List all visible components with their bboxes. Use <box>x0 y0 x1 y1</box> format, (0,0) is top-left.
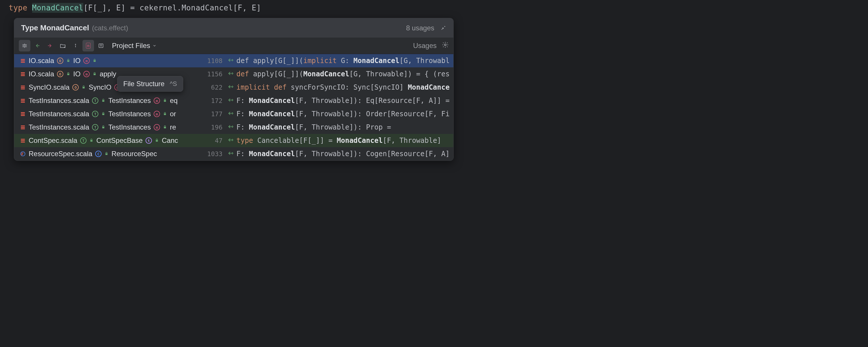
file-name: TestInstances.scala <box>29 123 89 131</box>
popup-title: Type MonadCancel (cats.effect) <box>21 24 128 32</box>
m-kind-icon: m <box>83 71 90 77</box>
file-name: TestInstances.scala <box>29 97 89 105</box>
jump-arrow-icon <box>228 83 234 91</box>
scala-file-icon <box>20 85 26 90</box>
keyword-type: type <box>9 3 28 12</box>
lock-icon <box>101 112 105 117</box>
type-name-highlight: MonadCancel <box>32 3 84 13</box>
usage-code-preview: F: MonadCancel[F, Throwable]): Eq[Resour… <box>228 97 450 105</box>
new-folder-icon[interactable] <box>57 40 69 52</box>
T-kind-icon: T <box>92 124 98 130</box>
class-name: TestInstances <box>108 110 151 118</box>
usages-count: 8 usages <box>406 24 434 32</box>
line-number: 622 <box>205 84 222 91</box>
lock-icon <box>163 112 167 117</box>
info-icon[interactable] <box>70 40 81 52</box>
usages-popup: Type MonadCancel (cats.effect) 8 usages … <box>14 18 454 161</box>
usage-row-path: ContSpec.scalaTContSpecBasetCanc <box>14 136 205 145</box>
svg-point-0 <box>75 44 76 45</box>
preview-icon[interactable] <box>95 40 107 52</box>
line-number: 47 <box>205 137 222 144</box>
popup-toolbar: m Project Files Usages <box>14 38 454 54</box>
lock-icon <box>155 138 159 143</box>
usage-row[interactable]: SyncIO.scalaOSyncIOmsyncForSyncIO622impl… <box>14 81 454 94</box>
scope-dropdown[interactable]: Project Files <box>112 42 157 50</box>
m-kind-icon: m <box>154 97 160 104</box>
usage-row-path: ResourceSpec.scalaCResourceSpec <box>14 150 205 158</box>
lock-icon <box>163 125 167 130</box>
C-kind-icon: C <box>95 151 101 157</box>
lock-icon <box>101 98 105 103</box>
class-name: ResourceSpec <box>112 150 157 158</box>
m-kind-icon: m <box>83 58 90 64</box>
usage-row[interactable]: IO.scalaOIOmapply1156def apply[G[_]](Mon… <box>14 67 454 81</box>
type-generics: [F[_], E] <box>83 3 125 12</box>
member-name: apply <box>99 70 116 78</box>
class-name: TestInstances <box>108 123 151 131</box>
jump-arrow-icon <box>228 57 234 65</box>
line-number: 172 <box>205 97 222 104</box>
usage-row-path: TestInstances.scalaTTestInstancesmor <box>14 110 205 118</box>
scala-file-icon <box>20 111 26 117</box>
jump-arrow-icon <box>228 123 234 131</box>
lock-icon <box>104 152 108 156</box>
usage-row[interactable]: ResourceSpec.scalaCResourceSpec1033F: Mo… <box>14 147 454 160</box>
lock-icon <box>93 72 97 76</box>
usage-code-preview: F: MonadCancel[F, Throwable]): Cogen[Res… <box>228 150 450 158</box>
jump-arrow-icon <box>228 97 234 105</box>
popup-title-sub: (cats.effect) <box>92 24 128 32</box>
usage-code-preview: F: MonadCancel[F, Throwable]): Order[Res… <box>228 110 450 118</box>
usage-row-path: TestInstances.scalaTTestInstancesmre <box>14 123 205 131</box>
usage-row[interactable]: ContSpec.scalaTContSpecBasetCanc47type C… <box>14 134 454 147</box>
member-name: or <box>170 110 176 118</box>
usage-row[interactable]: TestInstances.scalaTTestInstancesmeq172F… <box>14 94 454 107</box>
file-name: SyncIO.scala <box>29 83 69 91</box>
popup-title-main: Type MonadCancel <box>21 24 89 32</box>
T-kind-icon: T <box>80 137 87 144</box>
member-name: Canc <box>162 136 178 145</box>
jump-arrow-icon <box>228 136 234 145</box>
file-name: IO.scala <box>29 57 54 65</box>
class-name: TestInstances <box>108 97 151 105</box>
line-number: 1156 <box>205 70 222 78</box>
editor-code-line: type MonadCancel[F[_], E] = cekernel.Mon… <box>0 0 868 15</box>
file-name: IO.scala <box>29 70 54 78</box>
line-number: 196 <box>205 124 222 131</box>
svg-rect-1 <box>99 44 103 48</box>
lock-icon <box>101 125 105 130</box>
usages-results: IO.scalaOIOm1108def apply[G[_]](implicit… <box>14 54 454 160</box>
usage-row[interactable]: TestInstances.scalaTTestInstancesmre196F… <box>14 121 454 134</box>
class-name: IO <box>73 57 81 65</box>
usage-row[interactable]: TestInstances.scalaTTestInstancesmor177F… <box>14 107 454 121</box>
scala-file-icon <box>20 98 26 103</box>
line-number: 177 <box>205 111 222 118</box>
lock-icon <box>82 85 86 90</box>
popup-header: Type MonadCancel (cats.effect) 8 usages <box>14 18 454 38</box>
file-name: ResourceSpec.scala <box>29 150 92 158</box>
class-name: ContSpecBase <box>96 136 143 145</box>
usage-row-path: IO.scalaOIOm <box>14 57 205 65</box>
O-kind-icon: O <box>57 58 63 64</box>
scala-file-icon <box>20 124 26 130</box>
file-structure-tooltip: File Structure ^S <box>117 76 183 92</box>
gear-icon[interactable] <box>442 41 449 50</box>
lock-icon <box>89 138 93 143</box>
jump-arrow-icon <box>228 150 234 158</box>
scala-file-icon <box>20 58 26 64</box>
svg-point-2 <box>444 44 446 46</box>
file-name: TestInstances.scala <box>29 110 89 118</box>
usage-code-preview: implicit def syncForSyncIO: Sync[SyncIO]… <box>228 83 450 91</box>
file-name: ContSpec.scala <box>29 136 77 145</box>
usage-row[interactable]: IO.scalaOIOm1108def apply[G[_]](implicit… <box>14 54 454 67</box>
T-kind-icon: T <box>92 111 98 117</box>
lock-icon <box>66 72 70 76</box>
file-structure-icon[interactable]: m <box>83 40 94 52</box>
next-occurrence-icon[interactable] <box>44 40 56 52</box>
lock-icon <box>93 58 97 63</box>
lock-icon <box>66 58 70 63</box>
pin-icon[interactable] <box>440 24 446 32</box>
prev-occurrence-icon[interactable] <box>32 40 43 52</box>
usage-row-path: TestInstances.scalaTTestInstancesmeq <box>14 97 205 105</box>
usage-code-preview: def apply[G[_]](implicit G: MonadCancel[… <box>228 57 450 65</box>
expand-all-icon[interactable] <box>19 40 30 52</box>
